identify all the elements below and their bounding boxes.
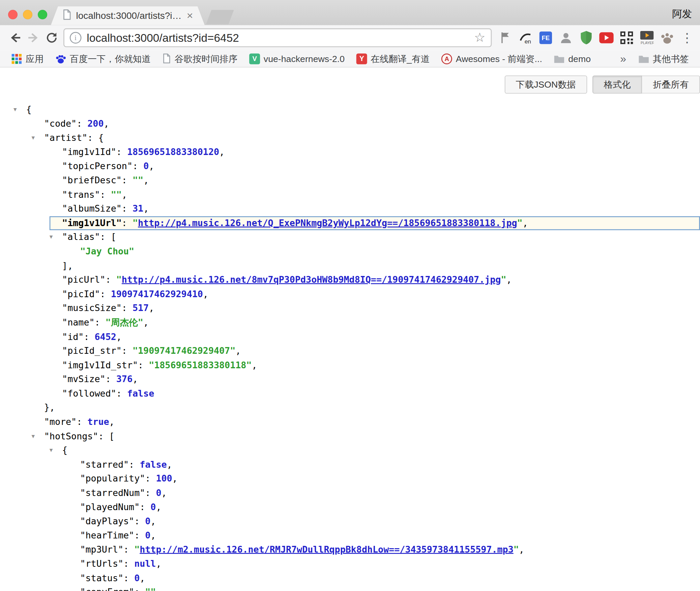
json-number: 517	[133, 303, 149, 313]
json-line: "topicPerson": 0,	[0, 159, 700, 174]
bookmark-label: 谷歌按时间排序	[175, 54, 238, 63]
json-line: "copyFrom": "",	[0, 585, 700, 591]
collapse-arrow-icon[interactable]: ▼	[31, 131, 35, 145]
youdao-dict-extension-icon[interactable]: en	[518, 31, 533, 45]
bookmark-item-vue-hackernews[interactable]: V vue-hackernews-2.0	[244, 53, 349, 64]
json-url-link[interactable]: http://p4.music.126.net/Q_ExePNkmgB2yWyL…	[138, 217, 517, 228]
back-button[interactable]	[6, 28, 25, 47]
json-key: "more"	[44, 416, 77, 427]
json-number: 6452	[95, 331, 116, 342]
svg-text:PLAYER: PLAYER	[641, 41, 654, 44]
json-line: "trans": "",	[0, 188, 700, 202]
new-tab-button[interactable]	[206, 10, 234, 24]
youdao-icon: Y	[356, 53, 367, 64]
browser-menu-icon[interactable]: ⋮	[680, 30, 694, 45]
json-punctuation: :	[77, 118, 87, 129]
extensions-row: en FE PLAYER ⋮	[498, 30, 694, 45]
bookmarks-overflow-icon[interactable]: »	[617, 52, 629, 65]
json-line: "Jay Chou"	[0, 245, 700, 259]
json-key: "hotSongs"	[44, 431, 98, 441]
close-window-button[interactable]	[8, 10, 18, 19]
json-punctuation: ,	[156, 558, 161, 569]
json-key: "status"	[80, 572, 123, 583]
json-punctuation: ,	[143, 203, 149, 214]
flag-extension-icon[interactable]	[498, 31, 513, 45]
bookmark-item-awesomes[interactable]: A Awesomes - 前端资...	[436, 53, 547, 64]
format-button[interactable]: 格式化	[592, 75, 642, 93]
json-line: "musicSize": 517,	[0, 301, 700, 315]
json-key: "img1v1Url"	[62, 217, 122, 228]
json-url-link[interactable]: http://p4.music.126.net/8mv7qP30Pd3oHW8b…	[122, 274, 501, 285]
collapse-arrow-icon[interactable]: ▼	[50, 443, 53, 458]
json-key: "picId"	[62, 288, 100, 299]
json-punctuation: :	[129, 459, 140, 470]
bookmarks-right-group: » 其他书签	[617, 52, 694, 65]
shield-extension-icon[interactable]	[579, 31, 593, 45]
json-punctuation: ,	[506, 274, 512, 285]
json-string: "	[514, 544, 519, 555]
tab-close-icon[interactable]: ×	[187, 10, 193, 21]
json-string: "	[134, 544, 140, 555]
json-number: 31	[133, 203, 143, 214]
json-punctuation: :	[106, 274, 116, 285]
collapse-arrow-icon[interactable]: ▼	[13, 102, 17, 117]
bookmark-item-baidu[interactable]: 百度一下，你就知道	[50, 53, 155, 64]
address-bar[interactable]: i localhost:3000/artists?id=6452 ☆	[63, 28, 492, 47]
download-json-button[interactable]: 下载JSON数据	[505, 75, 587, 93]
browser-toolbar: i localhost:3000/artists?id=6452 ☆ en FE	[0, 25, 700, 51]
fe-extension-icon[interactable]: FE	[538, 31, 553, 45]
site-info-icon[interactable]: i	[70, 32, 82, 44]
json-punctuation: ,	[116, 331, 122, 342]
json-line: "picId": 19097417462929410,	[0, 287, 700, 301]
json-url-link[interactable]: http://m2.music.126.net/RMJR7wDullRqppBk…	[140, 544, 514, 555]
json-string: "	[133, 217, 138, 228]
bookmark-label: 应用	[26, 54, 43, 63]
fullscreen-window-button[interactable]	[38, 10, 47, 19]
json-line: },	[0, 401, 700, 415]
reload-button[interactable]	[42, 28, 61, 47]
json-punctuation: :	[140, 501, 150, 512]
json-number: 0	[143, 161, 149, 172]
youtube-extension-icon[interactable]	[599, 31, 614, 45]
collapse-arrow-icon[interactable]: ▼	[50, 230, 53, 245]
collapse-arrow-icon[interactable]: ▼	[31, 429, 35, 443]
json-line: "hearTime": 0,	[0, 529, 700, 543]
bookmark-item-google-sort[interactable]: 谷歌按时间排序	[157, 54, 242, 64]
forward-button[interactable]	[24, 28, 42, 47]
json-punctuation: : {	[87, 132, 104, 143]
bookmark-folder-other[interactable]: 其他书签	[634, 54, 694, 63]
qr-code-extension-icon[interactable]	[619, 31, 634, 45]
json-line: "albumSize": 31,	[0, 202, 700, 216]
json-line: "playedNum": 0,	[0, 500, 700, 514]
json-punctuation: :	[106, 374, 116, 384]
bookmark-item-youdao-translate[interactable]: Y 在线翻译_有道	[351, 53, 435, 64]
minimize-window-button[interactable]	[23, 10, 32, 19]
json-number: 376	[116, 374, 133, 384]
json-string: ""	[133, 175, 143, 186]
browser-profile-name[interactable]: 阿发	[672, 7, 692, 21]
bookmark-star-icon[interactable]: ☆	[474, 31, 486, 44]
json-keyword: false	[140, 459, 167, 470]
json-string: "周杰伦"	[106, 317, 143, 328]
json-key: "rtUrls"	[80, 558, 123, 569]
json-key: "starredNum"	[80, 487, 145, 498]
json-number: 18569651883380120	[127, 147, 219, 157]
json-key: "code"	[44, 118, 77, 129]
collapse-all-button[interactable]: 折叠所有	[642, 75, 700, 93]
bookmark-folder-demo[interactable]: demo	[549, 54, 596, 63]
json-line-highlighted: "img1v1Url": "http://p4.music.126.net/Q_…	[50, 216, 700, 230]
player-extension-icon[interactable]: PLAYER	[640, 31, 654, 45]
json-string: ""	[111, 189, 122, 200]
person-extension-icon[interactable]	[559, 31, 573, 45]
json-line: "status": 0,	[0, 571, 700, 585]
apps-shortcut[interactable]: 应用	[6, 53, 49, 64]
json-punctuation: ,	[104, 118, 109, 129]
json-punctuation: :	[123, 544, 134, 555]
json-string: "	[116, 274, 122, 285]
json-punctuation: ,	[149, 303, 154, 313]
paw-extension-icon[interactable]	[660, 31, 674, 45]
json-line: "picId_str": "19097417462929407",	[0, 344, 700, 358]
browser-tab[interactable]: localhost:3000/artists?id=645 ×	[51, 6, 205, 25]
json-number: 0	[145, 530, 150, 541]
json-number: 0	[145, 516, 150, 527]
